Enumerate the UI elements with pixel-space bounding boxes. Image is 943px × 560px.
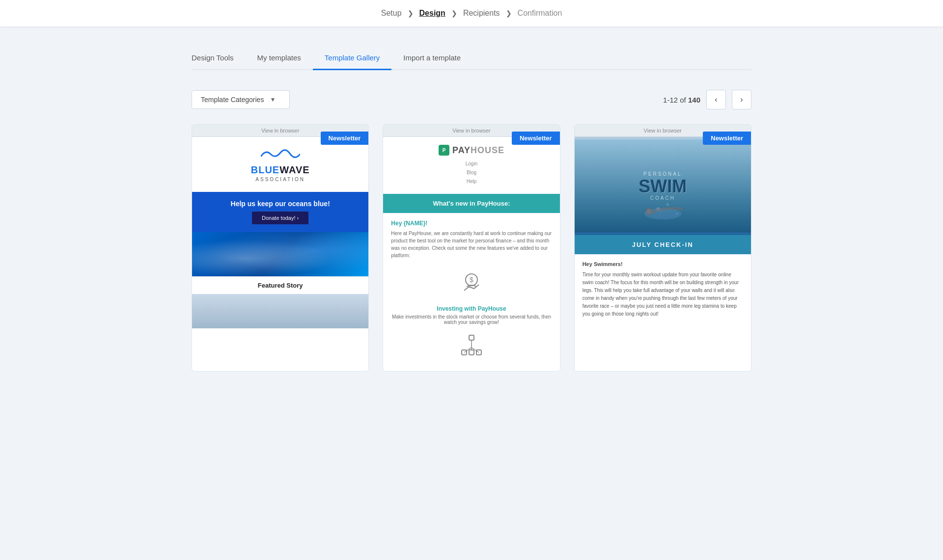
- payhouse-header: P PAYHOUSE Login Blog Help: [383, 137, 559, 194]
- bluewave-featured: Featured Story: [192, 276, 368, 294]
- main-container: Design Tools My templates Template Galle…: [177, 27, 766, 391]
- payhouse-feature-label: Investing with PayHouse: [391, 305, 552, 312]
- template-card-payhouse[interactable]: Newsletter View in browser P PAYHOUSE Lo…: [383, 124, 560, 372]
- swim-header-img: PERSONAL SWIM COACH: [575, 137, 751, 235]
- dropdown-arrow-icon: ▼: [270, 96, 276, 103]
- swim-greeting: Hey Swimmers!: [582, 261, 743, 267]
- bluewave-img: [192, 232, 368, 276]
- swim-body-text: Time for your monthly swim workout updat…: [582, 271, 743, 318]
- payhouse-icon-area-2: [391, 325, 552, 364]
- breadcrumb-bar: Setup ❯ Design ❯ Recipients ❯ Confirmati…: [0, 0, 943, 27]
- filter-row: Template Categories ▼ 1-12 of 140 ‹ ›: [192, 90, 751, 109]
- swim-coach-text: PERSONAL SWIM COACH: [631, 163, 694, 209]
- bluewave-cta-text: Help us keep our oceans blue!: [200, 200, 361, 208]
- pagination-area: 1-12 of 140 ‹ ›: [663, 90, 751, 109]
- payhouse-greeting: Hey {NAME}!: [391, 220, 552, 227]
- breadcrumb-arrow-1: ❯: [408, 9, 414, 17]
- breadcrumb-step-setup[interactable]: Setup: [381, 9, 402, 18]
- pagination-prev-button[interactable]: ‹: [706, 90, 726, 109]
- payhouse-nav-login: Login: [391, 160, 552, 168]
- card-body-bluewave: BLUEWAVE ASSOCIATION Help us keep our oc…: [192, 137, 368, 328]
- tabs-bar: Design Tools My templates Template Galle…: [192, 47, 751, 70]
- tab-template-gallery[interactable]: Template Gallery: [313, 47, 392, 70]
- bluewave-wave-svg: [261, 147, 300, 161]
- card-body-payhouse: P PAYHOUSE Login Blog Help What's new in…: [383, 137, 559, 371]
- payhouse-network-icon: [459, 333, 484, 357]
- bluewave-logo-text: BLUEWAVE: [202, 164, 359, 176]
- bluewave-logo-wave: [202, 147, 359, 161]
- payhouse-banner: What's new in PayHouse:: [383, 194, 559, 213]
- newsletter-badge-bluewave: Newsletter: [321, 132, 369, 145]
- tab-design-tools[interactable]: Design Tools: [192, 47, 246, 70]
- pagination-next-button[interactable]: ›: [732, 90, 751, 109]
- payhouse-logo-text: PAYHOUSE: [452, 145, 504, 156]
- card-body-swim: PERSONAL SWIM COACH JULY CHECK-IN Hey Sw…: [575, 137, 751, 325]
- svg-text:$: $: [470, 276, 473, 284]
- payhouse-body: Hey {NAME}! Here at PayHouse, we are con…: [383, 213, 559, 371]
- breadcrumb-arrow-2: ❯: [451, 9, 457, 17]
- breadcrumb-step-recipients[interactable]: Recipients: [463, 9, 500, 18]
- svg-rect-5: [469, 350, 474, 355]
- breadcrumb-step-confirmation[interactable]: Confirmation: [518, 9, 562, 18]
- bluewave-cta: Help us keep our oceans blue! Donate tod…: [192, 192, 368, 232]
- payhouse-icon-area-1: $: [391, 266, 552, 302]
- payhouse-feature-desc: Make investments in the stock market or …: [391, 314, 552, 325]
- bluewave-sub: ASSOCIATION: [202, 177, 359, 182]
- swim-header: PERSONAL SWIM COACH: [575, 137, 751, 235]
- payhouse-nav-help: Help: [391, 177, 552, 186]
- breadcrumb-arrow-3: ❯: [506, 9, 512, 17]
- tab-import-template[interactable]: Import a template: [391, 47, 472, 70]
- templates-grid: Newsletter View in browser BLUEWAVE ASSO…: [192, 124, 751, 372]
- payhouse-logo: P PAYHOUSE: [391, 145, 552, 156]
- swim-july-banner: JULY CHECK-IN: [575, 235, 751, 254]
- breadcrumb-steps: Setup ❯ Design ❯ Recipients ❯ Confirmati…: [381, 9, 562, 18]
- template-card-swim-coach[interactable]: Newsletter View in browser: [574, 124, 751, 372]
- payhouse-nav-blog: Blog: [391, 168, 552, 177]
- payhouse-body-text: Here at PayHouse, we are constantly hard…: [391, 230, 552, 259]
- swim-body: Hey Swimmers! Time for your monthly swim…: [575, 254, 751, 325]
- bluewave-donate-btn[interactable]: Donate today! ›: [252, 212, 308, 224]
- category-dropdown-label: Template Categories: [201, 96, 264, 104]
- category-dropdown[interactable]: Template Categories ▼: [192, 90, 290, 109]
- payhouse-logo-icon: P: [439, 145, 449, 156]
- newsletter-badge-swim: Newsletter: [703, 132, 751, 145]
- template-card-bluewave[interactable]: Newsletter View in browser BLUEWAVE ASSO…: [192, 124, 369, 372]
- bluewave-header: BLUEWAVE ASSOCIATION: [192, 137, 368, 192]
- tab-my-templates[interactable]: My templates: [246, 47, 313, 70]
- payhouse-nav: Login Blog Help: [391, 160, 552, 186]
- bluewave-img2: [192, 294, 368, 328]
- svg-rect-2: [469, 335, 474, 340]
- bluewave-img-overlay: [192, 232, 368, 276]
- payhouse-invest-icon: $: [459, 271, 484, 295]
- newsletter-badge-payhouse: Newsletter: [512, 132, 560, 145]
- breadcrumb-step-design[interactable]: Design: [419, 9, 445, 18]
- pagination-text: 1-12 of 140: [663, 96, 700, 104]
- swim-title: SWIM: [638, 178, 687, 195]
